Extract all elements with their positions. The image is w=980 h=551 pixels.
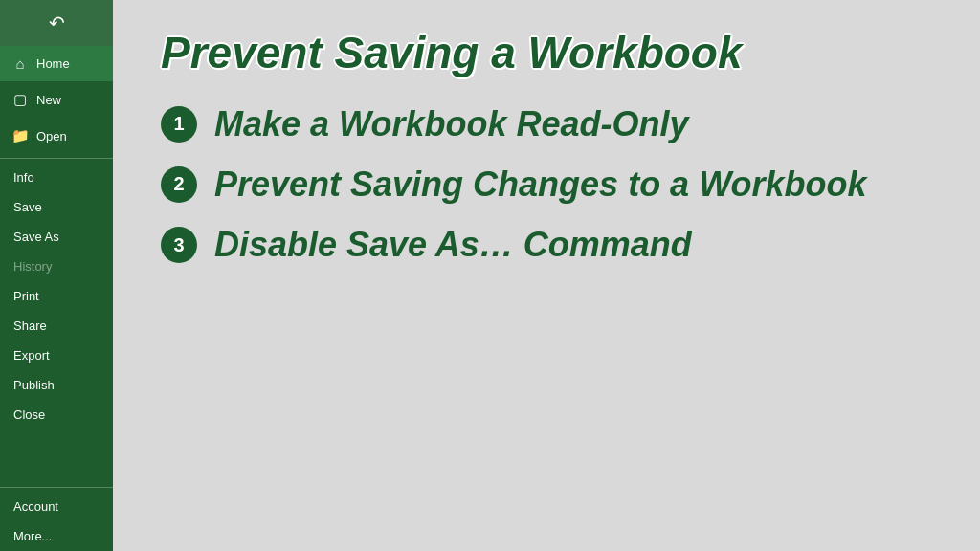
sidebar: ↶ ⌂ Home ▢ New 📁 Open Info Save Save As … bbox=[0, 0, 113, 551]
item-text-3: Disable Save As… Command bbox=[214, 225, 692, 264]
sidebar-bottom: Account More... bbox=[0, 483, 113, 551]
item-number-1: 1 bbox=[161, 106, 197, 143]
item-number-3: 3 bbox=[161, 227, 197, 263]
sidebar-home-label: Home bbox=[36, 56, 70, 71]
list-item: 2 Prevent Saving Changes to a Workbook bbox=[161, 165, 932, 204]
divider-top bbox=[0, 158, 113, 159]
sidebar-item-history: History bbox=[0, 252, 113, 281]
sidebar-new-label: New bbox=[36, 93, 61, 107]
item-text-2: Prevent Saving Changes to a Workbook bbox=[214, 165, 867, 204]
divider-bottom bbox=[0, 487, 113, 488]
sidebar-item-share[interactable]: Share bbox=[0, 311, 113, 341]
sidebar-item-info[interactable]: Info bbox=[0, 163, 113, 192]
sidebar-item-publish[interactable]: Publish bbox=[0, 370, 113, 400]
sidebar-item-export[interactable]: Export bbox=[0, 341, 113, 370]
back-icon: ↶ bbox=[49, 11, 65, 34]
list-item: 1 Make a Workbook Read-Only bbox=[161, 104, 932, 143]
home-icon: ⌂ bbox=[11, 55, 29, 72]
open-icon: 📁 bbox=[11, 127, 29, 144]
item-number-2: 2 bbox=[161, 166, 197, 203]
sidebar-item-save[interactable]: Save bbox=[0, 192, 113, 222]
sidebar-item-open[interactable]: 📁 Open bbox=[0, 118, 113, 154]
sidebar-open-label: Open bbox=[36, 129, 67, 143]
sidebar-item-more[interactable]: More... bbox=[0, 521, 113, 551]
list-item: 3 Disable Save As… Command bbox=[161, 225, 932, 264]
back-button[interactable]: ↶ bbox=[0, 0, 113, 46]
main-content: Prevent Saving a Workbook 1 Make a Workb… bbox=[113, 0, 980, 551]
content-list: 1 Make a Workbook Read-Only 2 Prevent Sa… bbox=[161, 104, 932, 265]
page-title: Prevent Saving a Workbook bbox=[161, 29, 932, 77]
new-icon: ▢ bbox=[11, 91, 29, 108]
sidebar-item-print[interactable]: Print bbox=[0, 281, 113, 311]
sidebar-item-close[interactable]: Close bbox=[0, 400, 113, 430]
sidebar-item-account[interactable]: Account bbox=[0, 492, 113, 521]
sidebar-item-save-as[interactable]: Save As bbox=[0, 222, 113, 252]
sidebar-item-new[interactable]: ▢ New bbox=[0, 81, 113, 118]
item-text-1: Make a Workbook Read-Only bbox=[214, 104, 688, 143]
sidebar-item-home[interactable]: ⌂ Home bbox=[0, 46, 113, 81]
